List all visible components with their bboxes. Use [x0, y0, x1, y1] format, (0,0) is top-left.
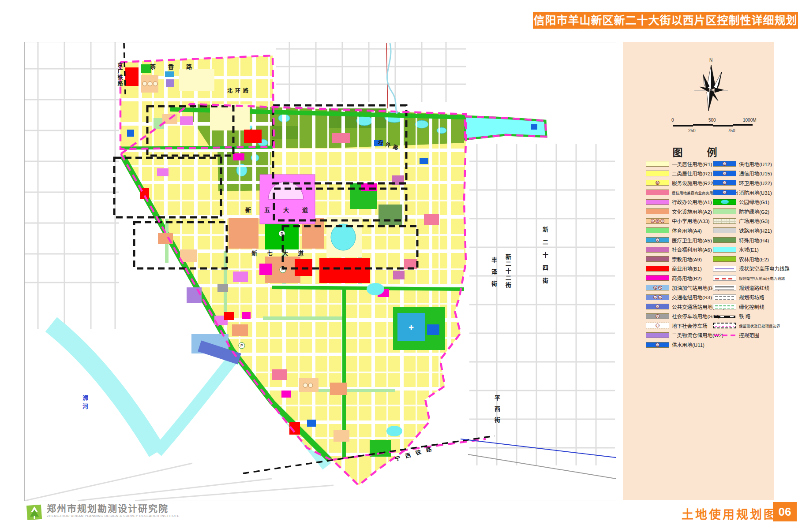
map-canvas: PPP ✚ [25, 42, 616, 501]
legend-swatch: ◎ [713, 180, 736, 186]
legend-label: 行政办公用地(A1) [672, 198, 712, 205]
legend-item: 广场用地(G3) [713, 216, 774, 226]
legend-swatch [713, 323, 736, 328]
legend-swatch: P [646, 323, 669, 328]
legend-label: 社会福利用地(A6) [672, 246, 712, 253]
legend-label: 保留现状及已批项目边界 [739, 323, 780, 328]
rail-label-jingguang: 京广铁路 [116, 62, 124, 87]
legend-swatch: ◎ [713, 161, 736, 167]
legend-swatch [713, 304, 736, 309]
swatch-icon: + [656, 238, 660, 242]
sheet-number-badge: 06 [773, 502, 797, 521]
compass-rose: N [693, 59, 729, 118]
legend-label: 现状架空高压电力线路 [739, 265, 790, 272]
legend-label: 消防用地(U31) [739, 189, 772, 196]
legend-swatch [646, 256, 669, 262]
legend-swatch: 服 [646, 180, 669, 186]
legend-swatch [713, 285, 736, 290]
swatch-icon: 气 [658, 286, 662, 290]
legend-swatch: 油气 [646, 285, 669, 290]
legend-item: P地下社会停车场 [646, 321, 713, 331]
scale-label-500: 500 [708, 118, 716, 123]
legend-swatch [646, 275, 669, 281]
swatch-icon: 服 [656, 181, 660, 185]
legend-item: 一类居住用地(R1) [646, 159, 713, 169]
legend-item: 规划道路红线 [713, 283, 774, 293]
legend-label: 供水用地(U11) [672, 341, 705, 348]
legend-swatch: ◎ [713, 190, 736, 195]
swatch-icon: P [656, 314, 660, 318]
legend-swatch [713, 247, 736, 253]
swatch-icon: P [656, 324, 660, 327]
swatch-icon: ⊖ [656, 305, 660, 309]
swatch-icon: 小 [651, 219, 655, 223]
road-label-fengzejie: 丰泽街 [490, 257, 498, 293]
scale-label-0: 0 [671, 118, 674, 123]
legend-label: 环卫用地(U22) [739, 179, 772, 186]
legend-item: 二类物流仓储用地(W2) [646, 331, 713, 340]
legend-label: 体育用地(A4) [672, 227, 702, 234]
legend-swatch [713, 237, 736, 243]
legend-label: 水域(E1) [739, 246, 759, 253]
sheet-title: 土地使用规划图 [682, 505, 777, 522]
legend-label: 控规范围 [739, 331, 759, 339]
swatch-icon: 高 [660, 219, 664, 223]
legend-swatch [713, 227, 736, 233]
legend-item: 服服务设施用地(R22) [646, 178, 713, 188]
road-label-xinershisijie: 新二十四街 [541, 227, 549, 290]
legend-label: 农林用地(E2) [739, 256, 769, 263]
legend-label: 宗教用地(A9) [672, 256, 702, 263]
compass-graphic [693, 59, 729, 118]
legend-swatch: ◎ [646, 342, 669, 348]
legend-item: 居住用地兼容商业商务用地(R2/B1、B2) [646, 188, 713, 197]
legend-swatch [713, 266, 736, 272]
road-label-xinershierjie: 新二十二街 [504, 254, 512, 289]
road-label-xinwudadao: 新五大道 [245, 205, 321, 214]
legend-item: 体育用地(A4) [646, 226, 713, 235]
legend-swatch [713, 313, 736, 319]
legend-swatch [646, 161, 669, 167]
svg-text:✚: ✚ [408, 324, 414, 331]
legend-item: 行政办公用地(A1) [646, 197, 713, 207]
legend-item: 铁路用地(H21) [713, 226, 774, 235]
legend-swatch [713, 218, 736, 224]
legend-swatch: 小中高 [646, 218, 669, 224]
swatch-icon: 油 [653, 286, 657, 290]
legend-swatch [713, 208, 736, 214]
legend-swatch [646, 190, 669, 195]
legend-label: 规划街坊路 [739, 294, 765, 301]
legend-item: 公园绿地(G1) [713, 197, 774, 207]
legend-item: ◎消防用地(U31) [713, 188, 774, 197]
legend-label: 绿化控制线 [739, 303, 765, 310]
legend-column-left: 一类居住用地(R1)二类居住用地(R2)服服务设施用地(R22)居住用地兼容商业… [646, 159, 713, 350]
legend-label: 商业用地(B1) [672, 265, 702, 272]
legend-label: 防护绿地(G2) [739, 208, 769, 215]
road-label-beihuanlu: 北环路 [227, 86, 251, 94]
swatch-icon: ◎ [723, 171, 727, 175]
scale-bar: 0 250 500 750 1000M [669, 118, 764, 133]
legend-label: 公园绿地(G1) [739, 198, 769, 205]
legend-item: P社会停车场用地(S42) [646, 312, 713, 321]
legend-label: 一类居住用地(R1) [672, 160, 712, 167]
legend-label: 铁 路 [739, 313, 750, 320]
legend-swatch: + [646, 237, 669, 243]
legend-label: 地下社会停车场 [672, 322, 708, 329]
legend-label: 规划道路红线 [739, 284, 769, 291]
legend-swatch [713, 332, 736, 338]
legend-item: 农林用地(E2) [713, 254, 774, 264]
legend-item: ◎通信用地(U15) [713, 169, 774, 179]
legend-item: ◎供水用地(U11) [646, 340, 713, 350]
legend-item: 商业用地(B1) [646, 264, 713, 274]
legend-label: 商务用地(B2) [672, 275, 702, 282]
title-banner: 信阳市羊山新区新二十大街以西片区控制性详细规划 [533, 12, 798, 29]
legend-swatch [646, 227, 669, 233]
legend-item: 二类居住用地(R2) [646, 169, 713, 179]
legend-label: 供电用地(U12) [739, 160, 772, 167]
swatch-icon: ◎ [656, 343, 660, 347]
institute-logo: 郑州市规划勘测设计研究院 ZHENGZHOU URBAN PLANNING DE… [26, 503, 180, 520]
legend-label: 规划架空/入地高压电力线路 [739, 275, 785, 281]
legend-column-right: ◎供电用地(U12)◎通信用地(U15)◎环卫用地(U22)◎消防用地(U31)… [713, 159, 774, 340]
swatch-icon: ◎ [658, 295, 662, 299]
legend-label: 医疗卫生用地(A5) [672, 237, 712, 244]
legend-label: 二类居住用地(R2) [672, 170, 712, 177]
